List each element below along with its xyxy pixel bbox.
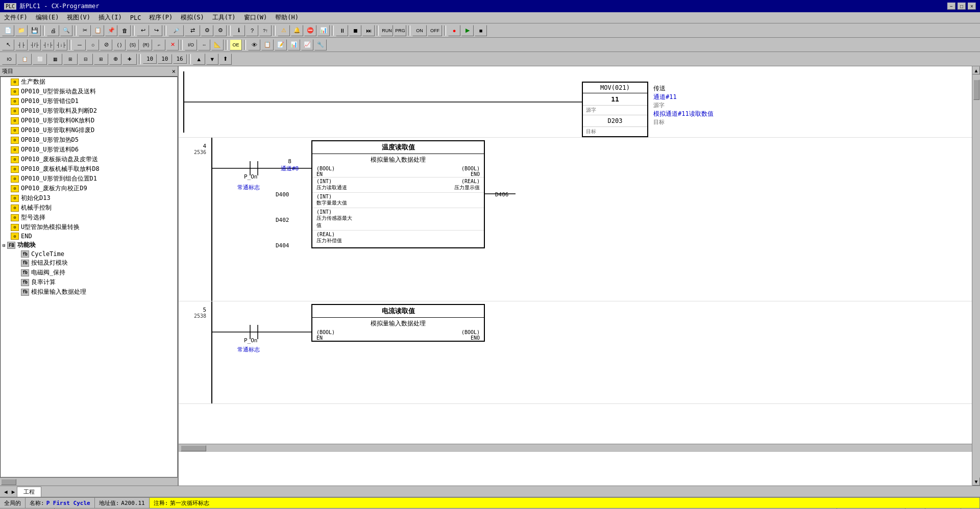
tree-item-yield[interactable]: fb 良率计算 [1,277,177,287]
tb-upload[interactable]: ⬆ [219,54,232,65]
tb-stop[interactable]: ⏹ [349,25,361,36]
tree-item-op010-3[interactable]: ⚙ OP010_U形管取料及判断D2 [1,106,177,116]
tb-play[interactable]: ▶ [461,25,474,36]
tb-preview[interactable]: 🔍 [60,25,72,36]
tree-item-analog-proc[interactable]: fb 模拟量输入数据处理 [1,287,177,297]
tb-new[interactable]: 📄 [2,25,14,36]
tb-coil4[interactable]: ⌐ [153,39,165,50]
tb-coil3[interactable]: (R) [140,39,152,50]
tb-cut[interactable]: ✂ [79,25,91,36]
minimize-button[interactable]: − [947,3,955,10]
scroll-down-btn[interactable]: ▼ [972,477,980,486]
canvas-scrollbar-h[interactable] [179,444,972,452]
tb-addr6[interactable]: ⊟ [79,54,93,65]
tb-contact-pu[interactable]: ┤↑├ [42,39,54,50]
tb-delete[interactable]: 🗑 [118,25,131,36]
tree-item-op010-11[interactable]: ⚙ OP010_废板方向校正D9 [1,184,177,193]
tree-scrollbar-h[interactable] [0,477,178,486]
tab-nav-next[interactable]: ▶ [10,488,17,496]
tree-item-op010-9[interactable]: ⚙ OP010_废板机械手取放料D8 [1,164,177,174]
tb-undo[interactable]: ↩ [137,25,149,36]
tb-save[interactable]: 💾 [29,25,41,36]
tree-item-shengchan[interactable]: ⚙ 生产数据 [1,77,177,87]
tb-transfer[interactable]: ⇄ [185,25,200,36]
tb-copy[interactable]: 📋 [92,25,104,36]
ladder-canvas-area[interactable]: MOV(021) 11 源字 D203 目标 传送 通道#11 源字 模拟通道#… [179,66,972,486]
tb-select[interactable]: ↖ [2,39,14,50]
tb-contact-no[interactable]: ┤├ [15,39,28,50]
menu-edit[interactable]: 编辑(E) [32,12,63,23]
tb-compile[interactable]: ⚙ [201,25,213,36]
tb-coil2[interactable]: (S) [127,39,139,50]
tb-grid[interactable]: ⊞ [94,54,108,65]
tb-stop2[interactable]: ■ [475,25,487,36]
tree-item-button-light[interactable]: fb 按钮及灯模块 [1,258,177,268]
tb-help2[interactable]: ?↑ [259,25,272,36]
tb-find[interactable]: 🔎 [168,25,184,36]
menu-view[interactable]: 视图(V) [63,12,94,23]
tb-diag[interactable]: 📐 [211,39,224,50]
tb-down[interactable]: ▼ [206,54,218,65]
tree-item-manual[interactable]: ⚙ 机械手控制 [1,203,177,213]
tree-item-op010-6[interactable]: ⚙ OP010_U形管加热D5 [1,135,177,145]
tree-item-op010-10[interactable]: ⚙ OP010_U形管到组合位置D1 [1,174,177,184]
tb-addr5[interactable]: ⊞ [63,54,78,65]
tb-contact-nc[interactable]: ┤/├ [29,39,41,50]
tree-item-solenoid[interactable]: fb 电磁阀_保持 [1,268,177,277]
tb-del[interactable]: ✕ [166,39,179,50]
tree-item-funcblocks[interactable]: ⊟ FB 功能块 [1,240,177,250]
tree-item-op010-7[interactable]: ⚙ OP010_U形管送料D6 [1,145,177,155]
tab-nav-prev[interactable]: ◀ [2,488,10,496]
tb-monitor5[interactable]: 📊 [288,39,300,50]
tb-monitor6[interactable]: 📈 [301,39,313,50]
menu-plc[interactable]: PLC [126,13,145,22]
tree-item-op010-5[interactable]: ⚙ OP010_U形管取料NG排废D [1,125,177,135]
tree-container[interactable]: ⚙ 生产数据 ⚙ OP010_U型管振动盘及送料 ⚙ OP010_U形管错位D1… [0,77,178,477]
tree-item-model[interactable]: ⚙ 型号选择 [1,213,177,222]
tb-run1[interactable]: RUN [381,25,393,36]
tb-paste[interactable]: 📌 [105,25,117,36]
menu-help[interactable]: 帮助(H) [271,12,303,23]
maximize-button[interactable]: □ [958,3,966,10]
tb-addr2[interactable]: 📋 [17,54,32,65]
tb-run2[interactable]: PRG [394,25,406,36]
tb-step[interactable]: ⏭ [362,25,375,36]
tb-monitor2[interactable]: 👁 [248,39,260,50]
tb-alarm[interactable]: 🔔 [291,25,303,36]
tb-monitor4[interactable]: 📝 [275,39,287,50]
menu-tools[interactable]: 工具(T) [208,12,240,23]
tb-warn[interactable]: ⚠ [278,25,290,36]
tb-redo[interactable]: ↪ [150,25,162,36]
tb-online-edit[interactable]: OE [230,39,242,50]
tb-io1[interactable]: I/O [185,39,197,50]
tb-monitor[interactable]: 📊 [317,25,330,36]
menu-simulate[interactable]: 模拟(S) [177,12,208,23]
panel-pin[interactable]: × [172,68,176,75]
menu-insert[interactable]: 插入(I) [94,12,126,23]
tb-cross[interactable]: ✚ [122,54,137,65]
tb-contact-pd[interactable]: ┤↓├ [55,39,67,50]
tree-item-op010-2[interactable]: ⚙ OP010_U形管错位D1 [1,96,177,106]
tree-item-analog[interactable]: ⚙ U型管加热模拟量转换 [1,222,177,232]
tb-error[interactable]: ⛔ [304,25,316,36]
tb-wire-no[interactable]: ○ [87,39,99,50]
menu-file[interactable]: 文件(F) [0,12,32,23]
tb-pause[interactable]: ⏸ [336,25,348,36]
tree-item-op010-1[interactable]: ⚙ OP010_U型管振动盘及送料 [1,87,177,96]
tb-compile2[interactable]: ⚙ [214,25,227,36]
titlebar-controls[interactable]: − □ × [947,3,976,10]
tb-wire-nc[interactable]: ⊘ [100,39,112,50]
scroll-thumb-v[interactable] [973,80,979,100]
tree-item-op010-4[interactable]: ⚙ OP010_U形管取料OK放料D [1,116,177,125]
canvas-scrollbar-v[interactable]: ▲ ▼ [972,66,980,486]
canvas-scroll-thumb-h[interactable] [181,445,206,451]
close-button[interactable]: × [968,3,976,10]
scroll-up-btn[interactable]: ▲ [972,66,980,74]
tb-up[interactable]: ▲ [193,54,205,65]
tree-scroll-thumb[interactable] [1,479,16,485]
tb-addr3[interactable]: ⬜ [33,54,47,65]
tree-item-op010-8[interactable]: ⚙ OP010_废板振动盘及皮带送 [1,155,177,164]
tb-print[interactable]: 🖨 [47,25,59,36]
tree-item-cycletime[interactable]: fb CycleTime [1,250,177,258]
tree-item-end[interactable]: ⚙ END [1,232,177,240]
